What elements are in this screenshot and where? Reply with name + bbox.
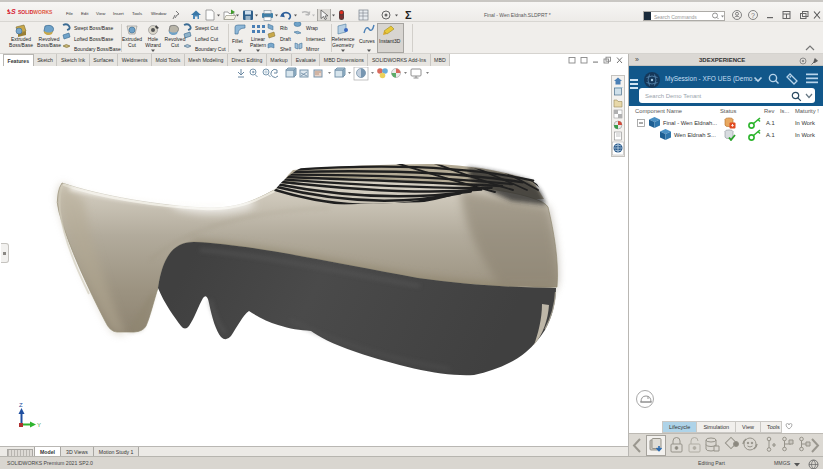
svg-text:Σ: Σ xyxy=(405,9,412,21)
svg-text:?: ? xyxy=(751,12,755,19)
svg-text:Y: Y xyxy=(37,422,41,428)
svg-text:Z: Z xyxy=(19,402,23,408)
